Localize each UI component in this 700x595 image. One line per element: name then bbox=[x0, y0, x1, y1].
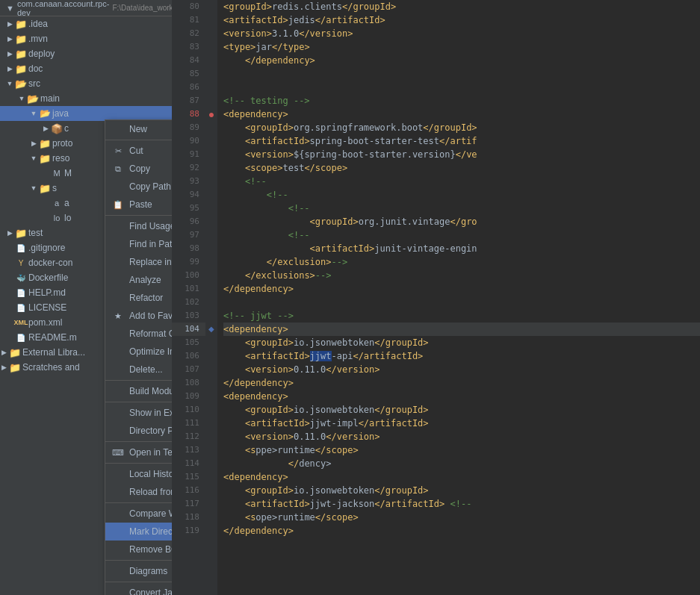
file-icon: 🐳 bbox=[15, 272, 27, 284]
code-line-105: <groupId>io.jsonwebtoken</groupId> bbox=[223, 336, 700, 349]
code-line-82: <version>3.1.0</version> bbox=[223, 27, 700, 40]
code-line-83: <type>jar</type> bbox=[223, 40, 700, 54]
tree-item-src[interactable]: ▼ 📂 src bbox=[0, 76, 172, 91]
menu-item-diagrams[interactable]: Diagrams ▶ bbox=[105, 562, 172, 580]
code-line-108: </dependency> bbox=[223, 376, 700, 390]
code-line-98: <artifactId>junit-vintage-engin bbox=[223, 242, 700, 255]
menu-item-compare[interactable]: Compare With... Ctrl+D bbox=[105, 505, 172, 523]
code-line-88: <dependency> bbox=[223, 108, 700, 121]
line-num-82: 82 bbox=[172, 27, 205, 40]
line-num-119: 119 bbox=[172, 524, 205, 538]
tree-label: Scratches and bbox=[22, 362, 80, 373]
code-line-92: <scope>test</scope> bbox=[223, 161, 700, 175]
menu-separator bbox=[105, 380, 172, 381]
replace-icon bbox=[111, 255, 125, 269]
menu-item-refactor[interactable]: Refactor ▶ bbox=[105, 289, 172, 307]
reload-icon bbox=[111, 485, 125, 499]
tree-item-idea[interactable]: ▶ 📁 .idea bbox=[0, 16, 172, 31]
menu-separator bbox=[105, 463, 172, 464]
menu-item-directory-path[interactable]: Directory Path Ctrl+Alt+F12 bbox=[105, 422, 172, 440]
menu-item-terminal[interactable]: ⌨ Open in Terminal bbox=[105, 443, 172, 461]
line-num-89: 89 bbox=[172, 121, 205, 134]
code-line-102 bbox=[223, 296, 700, 309]
menu-item-optimize-imports[interactable]: Optimize Imports Ctrl+Alt+O bbox=[105, 343, 172, 361]
menu-item-paste[interactable]: 📋 Paste Ctrl+V bbox=[105, 196, 172, 214]
menu-separator bbox=[105, 441, 172, 442]
menu-item-build[interactable]: Build Module 'com.canaan.account.rpc-dev… bbox=[105, 382, 172, 400]
context-menu: New ▶ ✂ Cut Ctrl+X ⧉ Copy Ctrl+C Copy Pa… bbox=[105, 119, 172, 595]
menu-item-new[interactable]: New ▶ bbox=[105, 120, 172, 138]
line-num-91: 91 bbox=[172, 148, 205, 161]
analyze-icon bbox=[111, 273, 125, 287]
line-num-90: 90 bbox=[172, 134, 205, 148]
line-num-110: 110 bbox=[172, 403, 205, 417]
folder-icon: 📂 bbox=[27, 93, 39, 105]
tree-label: README.m bbox=[28, 332, 77, 343]
menu-item-add-favorites[interactable]: ★ Add to Favorites ▶ bbox=[105, 307, 172, 325]
find-icon bbox=[111, 219, 125, 233]
code-line-119: </dependency> bbox=[223, 524, 700, 538]
line-num-92: 92 bbox=[172, 161, 205, 175]
menu-item-replace-in-path[interactable]: Replace in Path... Ctrl+Shift+R bbox=[105, 253, 172, 271]
menu-item-mark-directory[interactable]: Mark Directory as ▶ bbox=[105, 523, 172, 541]
code-line-94: <!-- bbox=[223, 188, 700, 202]
menu-item-remove-bom[interactable]: Remove BOM bbox=[105, 541, 172, 558]
file-icon: 📄 bbox=[15, 287, 27, 299]
copy-icon: ⧉ bbox=[111, 162, 125, 175]
code-line-113: <sppe>runtime</scope> bbox=[223, 443, 700, 457]
menu-item-local-history[interactable]: Local History ▶ bbox=[105, 465, 172, 483]
folder-icon: 📁 bbox=[39, 152, 51, 164]
file-tree-panel: ▼ com.canaan.account.rpc-dev F:\Data\ide… bbox=[0, 0, 172, 595]
menu-item-cut[interactable]: ✂ Cut Ctrl+X bbox=[105, 142, 172, 160]
line-num-109: 109 bbox=[172, 390, 205, 403]
code-panel: 80 81 82 83 84 85 86 87 88 89 90 91 92 9… bbox=[172, 0, 700, 595]
package-icon: 📦 bbox=[51, 122, 63, 134]
menu-label: Remove BOM bbox=[129, 544, 172, 555]
menu-item-reformat[interactable]: Reformat Code Ctrl+Alt+L bbox=[105, 325, 172, 343]
cut-icon: ✂ bbox=[111, 144, 125, 158]
line-num-103: 103 bbox=[172, 309, 205, 323]
code-lines[interactable]: <groupId>redis.clients</groupId> <artifa… bbox=[217, 0, 700, 595]
folder-icon: 📁 bbox=[9, 361, 21, 373]
menu-item-reload[interactable]: Reload from Disk bbox=[105, 483, 172, 501]
refactor-icon bbox=[111, 291, 125, 305]
arrow-icon: ▶ bbox=[6, 35, 13, 43]
line-num-83: 83 bbox=[172, 40, 205, 54]
code-line-96: <groupId>org.junit.vintage</gro bbox=[223, 215, 700, 228]
menu-item-find-in-path[interactable]: Find in Path... Ctrl+Shift+F bbox=[105, 235, 172, 253]
code-line-86 bbox=[223, 81, 700, 94]
tree-item-java[interactable]: ▼ 📂 java bbox=[0, 106, 172, 121]
menu-item-copy[interactable]: ⧉ Copy Ctrl+C bbox=[105, 160, 172, 178]
menu-item-convert-kotlin[interactable]: Convert Java File to Kotlin File Ctrl+Al… bbox=[105, 584, 172, 595]
menu-label: Refactor bbox=[129, 293, 172, 303]
code-line-111: <artifactId>jjwt-impl</artifactId> bbox=[223, 417, 700, 430]
line-num-114: 114 bbox=[172, 457, 205, 470]
optimize-icon bbox=[111, 345, 125, 358]
menu-label: Convert Java File to Kotlin File bbox=[129, 588, 172, 595]
code-line-85 bbox=[223, 67, 700, 81]
code-line-97: <!-- bbox=[223, 228, 700, 242]
tree-item-mvn[interactable]: ▶ 📁 .mvn bbox=[0, 31, 172, 46]
code-line-115: <dependency> bbox=[223, 470, 700, 484]
tree-label: pom.xml bbox=[28, 317, 62, 328]
file-icon: a bbox=[51, 197, 63, 209]
menu-label: Compare With... bbox=[129, 508, 172, 519]
tree-item-main[interactable]: ▼ 📂 main bbox=[0, 91, 172, 106]
line-num-95: 95 bbox=[172, 202, 205, 215]
tree-item-doc[interactable]: ▶ 📁 doc bbox=[0, 61, 172, 76]
menu-item-show-explorer[interactable]: Show in Explorer bbox=[105, 404, 172, 422]
mark-icon bbox=[111, 525, 125, 538]
menu-item-find-usages[interactable]: Find Usages Alt+F7 bbox=[105, 217, 172, 235]
code-line-91: <version>${spring-boot-starter.version}<… bbox=[223, 148, 700, 161]
menu-item-copy-path[interactable]: Copy Path... bbox=[105, 178, 172, 196]
line-num-107: 107 bbox=[172, 363, 205, 376]
kotlin-icon bbox=[111, 586, 125, 595]
tree-label: .idea bbox=[28, 19, 48, 29]
tree-item-deploy[interactable]: ▶ 📁 deploy bbox=[0, 46, 172, 61]
arrow-icon: ▼ bbox=[30, 155, 37, 162]
arrow-icon: ▶ bbox=[6, 65, 13, 72]
menu-item-analyze[interactable]: Analyze ▶ bbox=[105, 271, 172, 289]
folder-icon: 📁 bbox=[9, 346, 21, 358]
menu-label: Local History bbox=[129, 469, 172, 479]
menu-item-delete[interactable]: Delete... Delete bbox=[105, 361, 172, 379]
